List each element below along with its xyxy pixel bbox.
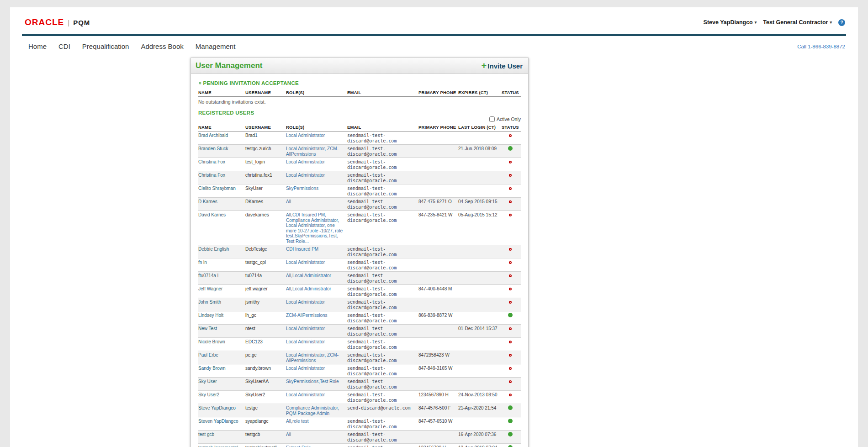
user-name-link[interactable]: fn ln [198,258,245,272]
last-login-cell [458,272,502,285]
status-inactive-icon [509,248,512,251]
column-header-email: EMAIL [347,123,418,131]
user-name-link[interactable]: New Test [198,325,245,338]
user-name-link[interactable]: Lindsey Holt [198,311,245,325]
user-name-link[interactable]: Debbie English [198,245,245,258]
table-row: New TestntestLocal Administratorsendmail… [198,325,521,338]
active-only-filter: Active Only [198,116,521,122]
user-name-link[interactable]: Sandy Brown [198,364,245,378]
status-active-icon [508,146,513,151]
email-cell: sendmail-test-discard@oracle.com [347,338,418,351]
username-cell: SkyUserAA [245,378,286,391]
column-header-last-login-ct: LAST LOGIN (CT) [458,123,502,131]
table-row: Sky User2SkyUser2Local Administratorsend… [198,391,521,404]
user-name-link[interactable]: Sky User2 [198,391,245,404]
user-name-link[interactable]: Paul Erbe [198,351,245,364]
username-cell: jsmithy [245,298,286,311]
last-login-cell: 24-Nov-2013 08:50 [458,391,502,404]
user-name-link[interactable]: Steve YapDiangco [198,404,245,417]
status-cell [502,298,521,311]
nav-item-home[interactable]: Home [28,42,47,50]
nav-item-address-book[interactable]: Address Book [141,42,183,50]
user-name-link[interactable]: Nicole Brown [198,338,245,351]
user-name-link[interactable]: Jeff Wagner [198,285,245,298]
org-menu[interactable]: Test General Contractor ▾ [763,19,832,26]
phone-cell: 1234567890 H [418,391,458,404]
last-login-cell [458,258,502,272]
last-login-cell [458,245,502,258]
collapse-icon[interactable]: « [197,82,202,84]
roles-cell: All [286,198,347,211]
user-name-link[interactable]: Steven YapDiangco [198,417,245,431]
user-name-link[interactable]: Christina Fox [198,158,245,171]
status-cell [502,404,521,417]
invite-user-label: Invite User [487,62,523,70]
column-header-status: STATUS [502,123,521,131]
table-row: Cielito ShraybmanSkyUserSkyPermissionsse… [198,184,521,198]
pending-heading-label: PENDING INVITATION ACCEPTANCE [203,80,299,86]
last-login-cell [458,158,502,171]
plus-icon: + [482,62,487,69]
status-active-icon [508,405,513,410]
column-header-role-s: ROLE(S) [286,89,347,97]
roles-cell: All,CDI Insured PM, Compliance Administr… [286,211,347,245]
user-name-link[interactable]: testgcb Incremental Extr [198,444,245,447]
username-cell: Brad1 [245,131,286,145]
email-cell: sendmail-test-discard@oracle.com [347,417,418,431]
org-menu-label: Test General Contractor [763,19,828,26]
nav-item-prequalification[interactable]: Prequalification [82,42,129,50]
invite-user-button[interactable]: + Invite User [482,62,523,70]
user-name-link[interactable]: ftu0714a l [198,272,245,285]
table-row: Steven YapDiangcosyapdiangcAll,role test… [198,417,521,431]
email-cell: sendmail-test-discard@oracle.com [347,272,418,285]
user-name-link[interactable]: D Karnes [198,198,245,211]
active-only-checkbox[interactable] [489,116,495,122]
user-name-link[interactable]: David Karnes [198,211,245,245]
username-cell: sandy.brown [245,364,286,378]
call-link[interactable]: Call 1-866-839-8872 [797,44,845,49]
user-name-link[interactable]: John Smith [198,298,245,311]
table-row: Paul Erbepe.gcLocal Administrator, ZCM-A… [198,351,521,364]
status-active-icon [508,419,513,423]
panel-header: User Management + Invite User [191,58,528,74]
status-inactive-icon [509,200,512,203]
email-cell: sendmail-test-discard@oracle.com [347,378,418,391]
status-cell [502,131,521,145]
email-cell: sendmail-test-discard@oracle.com [347,171,418,184]
active-only-label: Active Only [497,116,521,122]
user-name-link[interactable]: Cielito Shraybman [198,184,245,198]
status-cell [502,431,521,444]
nav-item-cdi[interactable]: CDI [58,42,70,50]
oracle-logo: ORACLE [25,17,64,27]
user-menu[interactable]: Steve YapDiangco ▾ [704,19,757,26]
last-login-cell [458,184,502,198]
header-right: Steve YapDiangco ▾ Test General Contract… [704,19,845,26]
user-name-link[interactable]: test gcb [198,431,245,444]
user-name-link[interactable]: Christina Fox [198,171,245,184]
phone-cell [418,378,458,391]
help-icon[interactable]: ? [838,19,845,26]
email-cell: sendmail-test-discard@oracle.com [347,145,418,158]
phone-cell [418,245,458,258]
email-cell: sendmail-test-discard@oracle.com [347,258,418,272]
page-title: User Management [196,61,262,70]
table-row: Steve YapDiangcotestgcCompliance Adminis… [198,404,521,417]
column-header-status: STATUS [502,89,521,97]
last-login-cell [458,338,502,351]
table-row: Brad ArchibaldBrad1Local Administratorse… [198,131,521,145]
registered-users-table: NAMEUSERNAMEROLE(S)EMAILPRIMARY PHONELAS… [198,123,521,447]
column-header-role-s: ROLE(S) [286,123,347,131]
status-cell [502,444,521,447]
last-login-cell: 12-Aug-2019 07:04 [458,444,502,447]
nav-item-management[interactable]: Management [196,42,236,50]
registered-heading-label: REGISTERED USERS [198,110,254,116]
last-login-cell [458,131,502,145]
email-cell: sendmail-test-discard@oracle.com [347,131,418,145]
email-cell: sendmail-test-discard@oracle.com [347,311,418,325]
user-name-link[interactable]: Sky User [198,378,245,391]
table-row: David KarnesdavekarnesAll,CDI Insured PM… [198,211,521,245]
column-header-username: USERNAME [245,89,286,97]
user-name-link[interactable]: Branden Stuck [198,145,245,158]
phone-cell: 847-400-6448 M [418,285,458,298]
user-name-link[interactable]: Brad Archibald [198,131,245,145]
